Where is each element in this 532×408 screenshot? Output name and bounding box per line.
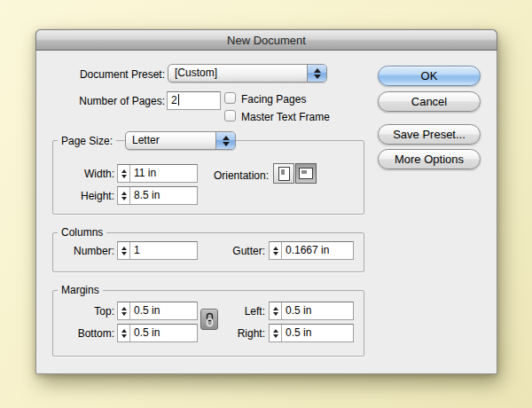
title-bar[interactable]: New Document [35,29,497,51]
facing-pages-label: Facing Pages [241,93,306,106]
width-stepper[interactable] [118,165,130,182]
text-caret [178,94,179,106]
document-preset-value: [Custom] [175,67,217,79]
width-label: Width: [54,168,114,180]
columns-number-label: Number: [54,245,114,257]
page-size-value: Letter [132,134,160,146]
document-preset-label: Document Preset: [52,68,165,81]
margin-right-label: Right: [205,327,265,340]
columns-group-label: Columns [58,226,106,239]
popup-arrows-icon [307,65,326,82]
width-field[interactable]: 11 in [117,164,198,183]
columns-number-stepper[interactable] [118,242,130,259]
facing-pages-checkbox[interactable] [224,92,236,104]
gutter-field[interactable]: 0.1667 in [269,241,354,260]
margin-left-label: Left: [205,305,265,318]
number-of-pages-field[interactable]: 2 [167,91,221,110]
margins-group-label: Margins [58,284,103,296]
margin-top-field[interactable]: 0.5 in [117,302,198,320]
gutter-stepper[interactable] [270,242,282,259]
margin-left-field[interactable]: 0.5 in [269,302,354,320]
popup-arrows-icon [215,132,235,149]
margin-left-stepper[interactable] [270,302,282,319]
margin-bottom-field[interactable]: 0.5 in [117,324,198,342]
ok-button[interactable]: OK [378,66,481,86]
document-preset-popup[interactable]: [Custom] [168,64,327,82]
dialog-title: New Document [36,34,497,47]
page-size-group-label: Page Size: [58,135,116,147]
save-preset-button[interactable]: Save Preset... [378,124,481,145]
columns-number-field[interactable]: 1 [117,241,198,260]
more-options-button[interactable]: More Options [378,149,481,169]
margin-right-field[interactable]: 0.5 in [269,324,354,342]
master-text-frame-checkbox[interactable] [224,110,236,122]
orientation-label: Orientation: [205,169,269,182]
desktop-background: New Document Document Preset: [Custom] N… [0,0,532,408]
margin-top-label: Top: [54,305,114,318]
height-field[interactable]: 8.5 in [117,186,198,205]
number-of-pages-label: Number of Pages: [52,95,165,107]
new-document-dialog: New Document Document Preset: [Custom] N… [35,29,497,374]
margin-top-stepper[interactable] [118,302,130,319]
orientation-portrait-button[interactable] [273,163,294,184]
margin-bottom-stepper[interactable] [118,325,130,341]
height-stepper[interactable] [118,187,130,204]
height-label: Height: [54,190,114,202]
cancel-button[interactable]: Cancel [378,91,481,112]
portrait-page-icon [278,167,290,181]
margin-right-stepper[interactable] [270,325,282,341]
margin-bottom-label: Bottom: [54,327,114,340]
orientation-landscape-button[interactable] [295,163,317,184]
master-text-frame-label: Master Text Frame [241,111,330,123]
landscape-page-icon [299,168,313,179]
page-size-popup[interactable]: Letter [125,131,236,150]
gutter-label: Gutter: [205,245,265,257]
